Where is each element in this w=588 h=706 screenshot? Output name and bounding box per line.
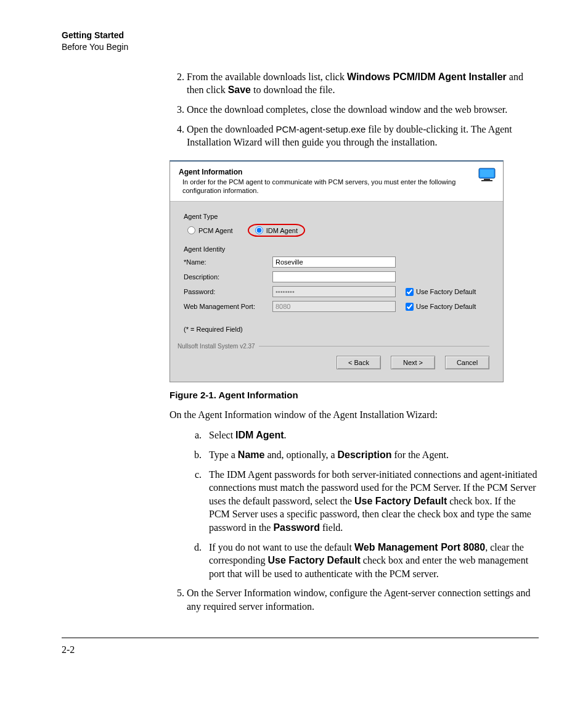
figure-intro: On the Agent Information window of the A… [169,408,539,422]
svg-rect-1 [480,170,494,177]
chapter-title: Getting Started [62,30,539,41]
step-4: Open the downloaded PCM-agent-setup.exe … [187,123,539,149]
substep-a: Select IDM Agent. [204,429,539,442]
idm-agent-radio[interactable]: IDM Agent [248,224,305,237]
svg-rect-3 [481,180,492,181]
page-header: Getting Started Before You Begin [62,30,539,53]
svg-rect-2 [484,179,490,180]
back-button[interactable]: < Back [337,356,381,369]
instruction-list: From the available downloads list, click… [169,70,539,149]
required-field-note: (* = Required Field) [184,326,489,333]
substep-c: The IDM Agent passwords for both server-… [204,468,539,535]
name-input[interactable] [272,257,396,268]
description-label: Description: [184,273,270,281]
installer-version: Nullsoft Install System v2.37 [178,343,489,350]
dialog-title: Agent Information [179,168,471,176]
figure-caption: Figure 2-1. Agent Information [169,390,539,400]
dialog-description: In order for the PCM agent to communicat… [179,178,471,195]
instruction-list-continued: On the Server Information window, config… [169,586,539,613]
cancel-button[interactable]: Cancel [445,356,489,369]
substep-b: Type a Name and, optionally, a Descripti… [204,448,539,462]
sub-instruction-list: Select IDM Agent. Type a Name and, optio… [169,429,539,580]
footer-rule [62,638,539,638]
port-default-checkbox[interactable] [406,303,414,311]
next-button[interactable]: Next > [391,356,435,369]
agent-info-dialog: Agent Information In order for the PCM a… [169,160,504,383]
page-number: 2-2 [62,644,539,655]
section-title: Before You Begin [62,41,539,53]
main-content: From the available downloads list, click… [169,70,539,614]
step-5: On the Server Information window, config… [187,586,539,613]
agent-identity-label: Agent Identity [184,245,489,253]
step-3: Once the download completes, close the d… [187,103,539,117]
substep-d: If you do not want to use the default We… [204,541,539,581]
password-input [272,286,396,297]
figure-agent-information: Agent Information In order for the PCM a… [169,160,539,383]
port-input [272,301,396,312]
pcm-agent-radio[interactable]: PCM Agent [187,226,233,234]
description-input[interactable] [272,271,396,282]
port-label: Web Management Port: [184,303,270,310]
step-2: From the available downloads list, click… [187,70,539,97]
password-default-checkbox[interactable] [406,288,414,296]
monitor-icon [478,168,496,183]
password-label: Password: [184,288,270,295]
agent-type-label: Agent Type [184,213,489,220]
name-label: *Name: [184,258,270,266]
